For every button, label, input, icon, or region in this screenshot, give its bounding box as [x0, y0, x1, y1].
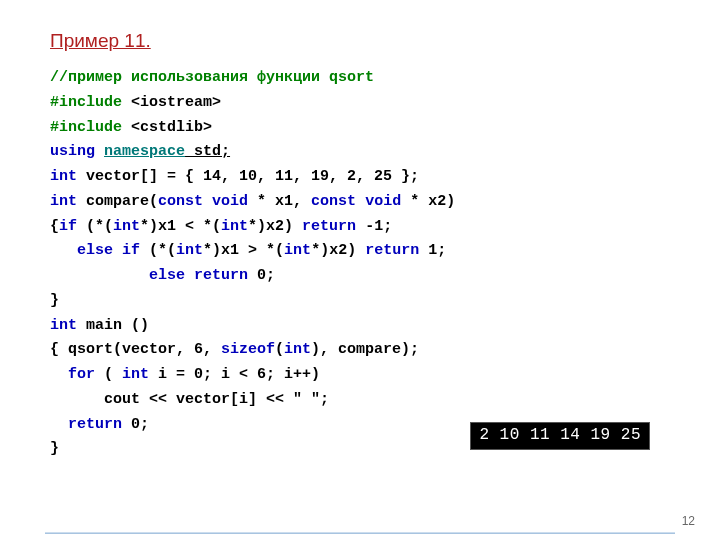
code-kw: return — [365, 242, 419, 259]
code-txt — [50, 242, 77, 259]
console-output: 2 10 11 14 19 25 — [470, 422, 650, 450]
code-kw: using — [50, 143, 104, 160]
code-txt: *)x1 > *( — [203, 242, 284, 259]
code-txt: ( — [95, 366, 122, 383]
code-txt — [356, 193, 365, 210]
code-txt — [50, 267, 149, 284]
code-txt: ), compare); — [311, 341, 419, 358]
code-txt — [50, 366, 68, 383]
code-kw: else — [77, 242, 113, 259]
code-kw: const — [311, 193, 356, 210]
code-txt — [50, 416, 68, 433]
code-txt: * x1, — [248, 193, 311, 210]
code-kw: else — [149, 267, 185, 284]
code-txt: 0; — [122, 416, 149, 433]
code-kw: int — [221, 218, 248, 235]
code-kw: namespace — [104, 143, 185, 160]
code-txt: *)x1 < *( — [140, 218, 221, 235]
code-kw: int — [50, 317, 77, 334]
page-number: 12 — [682, 514, 695, 528]
slide-title: Пример 11. — [50, 30, 670, 52]
code-kw: return — [194, 267, 248, 284]
code-pp: #include — [50, 119, 131, 136]
code-txt: -1; — [356, 218, 392, 235]
code-txt: (*( — [77, 218, 113, 235]
slide: Пример 11. //пример использования функци… — [0, 0, 720, 540]
code-txt: 0; — [248, 267, 275, 284]
code-txt — [185, 267, 194, 284]
code-kw: int — [176, 242, 203, 259]
code-txt: <iostream> — [131, 94, 221, 111]
code-txt: vector[] = { 14, 10, 11, 19, 2, 25 }; — [77, 168, 419, 185]
code-kw: const — [158, 193, 203, 210]
code-txt: <cstdlib> — [131, 119, 212, 136]
footer-divider — [45, 532, 675, 534]
code-txt: i = 0; i < 6; i++) — [149, 366, 320, 383]
code-txt — [113, 242, 122, 259]
code-kw: for — [68, 366, 95, 383]
code-kw: int — [113, 218, 140, 235]
code-kw: int — [50, 168, 77, 185]
code-kw: int — [284, 341, 311, 358]
code-txt: main () — [77, 317, 149, 334]
code-kw: void — [365, 193, 401, 210]
code-txt: * x2) — [401, 193, 455, 210]
code-txt: cout << vector[i] << " "; — [50, 391, 329, 408]
code-txt: ( — [275, 341, 284, 358]
code-kw: int — [50, 193, 77, 210]
code-txt: std; — [185, 143, 230, 160]
code-kw: void — [212, 193, 248, 210]
code-pp: #include — [50, 94, 131, 111]
code-txt: { qsort(vector, 6, — [50, 341, 221, 358]
code-block: //пример использования функции qsort #in… — [50, 66, 670, 462]
code-kw: if — [122, 242, 140, 259]
code-txt: *)x2) — [311, 242, 365, 259]
code-comment: //пример использования функции qsort — [50, 69, 374, 86]
code-kw: return — [68, 416, 122, 433]
code-txt: compare( — [77, 193, 158, 210]
code-txt: } — [50, 292, 59, 309]
code-kw: int — [122, 366, 149, 383]
code-kw: sizeof — [221, 341, 275, 358]
code-kw: if — [59, 218, 77, 235]
code-kw: int — [284, 242, 311, 259]
code-kw: return — [302, 218, 356, 235]
code-txt — [203, 193, 212, 210]
code-txt: 1; — [419, 242, 446, 259]
code-txt: { — [50, 218, 59, 235]
code-txt: } — [50, 440, 59, 457]
code-txt: *)x2) — [248, 218, 302, 235]
code-txt: (*( — [140, 242, 176, 259]
